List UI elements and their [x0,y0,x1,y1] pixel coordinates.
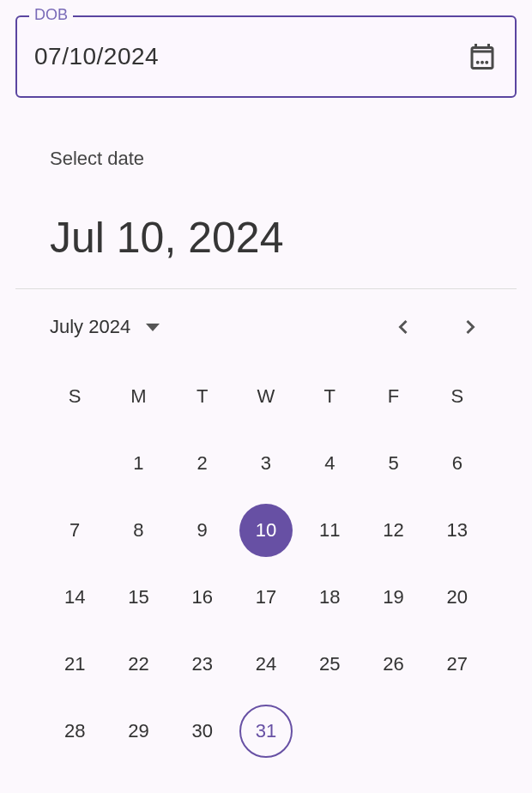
weekday-label: T [298,373,361,420]
day-cell[interactable]: 13 [426,504,489,557]
day-cell[interactable]: 3 [234,437,298,490]
day-cell[interactable]: 23 [171,638,234,691]
day-cell[interactable]: 18 [298,571,361,624]
day-cell[interactable]: 16 [171,571,234,624]
weekday-label: W [234,373,298,420]
day-cell[interactable]: 29 [106,705,170,758]
day-cell[interactable]: 27 [426,638,489,691]
weekday-label: S [43,373,106,420]
weekday-label: S [426,373,489,420]
day-cell[interactable]: 28 [43,705,106,758]
day-cell[interactable]: 12 [361,504,425,557]
prev-month-button[interactable] [391,315,415,339]
day-cell[interactable]: 11 [298,504,361,557]
month-year-selector[interactable]: July 2024 [50,316,160,338]
day-cell[interactable]: 22 [106,638,170,691]
day-cell[interactable]: 31 [234,705,298,758]
weekday-label: M [106,373,170,420]
dob-label: DOB [29,6,73,24]
day-cell[interactable]: 9 [171,504,234,557]
day-cell[interactable]: 8 [106,504,170,557]
day-cell[interactable]: 19 [361,571,425,624]
day-cell-empty [43,437,106,490]
date-picker-panel: Select date Jul 10, 2024 July 2024 [0,113,532,758]
month-year-label: July 2024 [50,316,130,338]
weekday-label: T [171,373,234,420]
chevron-down-icon [146,324,160,331]
day-cell[interactable]: 25 [298,638,361,691]
day-cell[interactable]: 17 [234,571,298,624]
calendar-icon[interactable] [467,41,498,72]
day-cell[interactable]: 2 [171,437,234,490]
day-cell[interactable]: 26 [361,638,425,691]
day-cell[interactable]: 4 [298,437,361,490]
day-cell[interactable]: 6 [426,437,489,490]
svg-point-0 [476,61,480,64]
day-cell[interactable]: 5 [361,437,425,490]
day-cell[interactable]: 1 [106,437,170,490]
day-cell[interactable]: 7 [43,504,106,557]
days-grid: 1234567891011121314151617181920212223242… [43,437,489,758]
dob-value: 07/10/2024 [34,43,467,70]
select-date-heading: Select date [15,113,517,187]
day-cell[interactable]: 30 [171,705,234,758]
day-cell[interactable]: 24 [234,638,298,691]
svg-point-1 [481,61,484,64]
weekday-header: SMTWTFS [43,373,489,420]
month-navigation: July 2024 [15,289,517,356]
day-cell[interactable]: 20 [426,571,489,624]
weekday-label: F [361,373,425,420]
calendar-grid: SMTWTFS 12345678910111213141516171819202… [15,356,517,758]
day-cell[interactable]: 21 [43,638,106,691]
day-cell[interactable]: 10 [234,504,298,557]
svg-point-2 [485,61,488,64]
dob-input-field[interactable]: DOB 07/10/2024 [15,15,517,98]
day-cell[interactable]: 14 [43,571,106,624]
next-month-button[interactable] [458,315,482,339]
day-cell[interactable]: 15 [106,571,170,624]
selected-date-display: Jul 10, 2024 [15,187,517,288]
